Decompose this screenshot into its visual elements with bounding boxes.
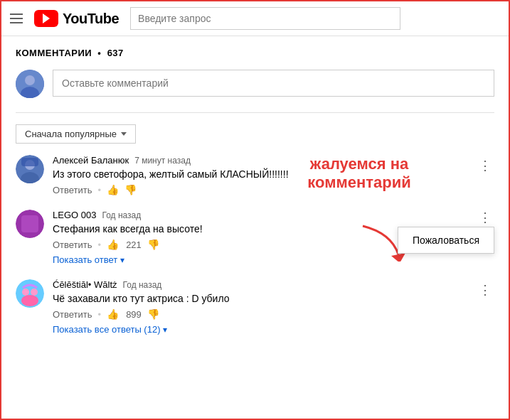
dot-sep-3: • bbox=[98, 309, 102, 320]
sort-arrow-icon bbox=[121, 132, 127, 136]
main-content: КОММЕНТАРИИ • 637 Сначала популярные жал… bbox=[1, 36, 509, 360]
comment-input-field[interactable] bbox=[53, 70, 494, 97]
show-replies-3[interactable]: Показать все ответы (12) ▾ bbox=[53, 324, 467, 335]
reply-btn-2[interactable]: Ответить bbox=[53, 239, 92, 250]
sort-button[interactable]: Сначала популярные bbox=[16, 124, 136, 144]
comment-item: Алексей Баланюк 7 минут назад Из этого с… bbox=[16, 155, 494, 195]
more-options-btn-3[interactable]: ⋮ bbox=[476, 279, 494, 301]
hamburger-menu[interactable] bbox=[10, 14, 23, 23]
divider-1 bbox=[16, 112, 494, 113]
reply-btn-1[interactable]: Ответить bbox=[53, 185, 92, 195]
comments-title: КОММЕНТАРИИ bbox=[16, 48, 92, 58]
comment-author-2[interactable]: LEGO 003 bbox=[53, 210, 96, 220]
logo-area: YouTube bbox=[34, 10, 119, 27]
comment-author-3[interactable]: Ćēlēštiāl• Wāltż bbox=[53, 279, 117, 290]
svg-rect-7 bbox=[21, 158, 38, 166]
more-options-container-2: ⋮ Пожаловаться bbox=[476, 210, 494, 225]
svg-point-1 bbox=[25, 75, 35, 85]
more-options-btn-1[interactable]: ⋮ bbox=[476, 155, 494, 176]
dot-sep-2: • bbox=[98, 239, 102, 250]
svg-point-11 bbox=[22, 289, 29, 296]
dislike-btn-3[interactable]: 👎 bbox=[147, 308, 159, 320]
show-replies-arrow-3: ▾ bbox=[163, 325, 167, 335]
sort-label: Сначала популярные bbox=[25, 129, 117, 139]
comment-avatar-2 bbox=[16, 210, 44, 238]
comment-input-row bbox=[16, 70, 494, 98]
dot-sep-1: • bbox=[98, 185, 102, 195]
youtube-logo-icon bbox=[34, 10, 58, 27]
comment-author-1[interactable]: Алексей Баланюк bbox=[53, 155, 129, 166]
user-avatar-img bbox=[16, 70, 44, 98]
report-btn-2[interactable]: Пожаловаться bbox=[398, 229, 494, 252]
comments-header: КОММЕНТАРИИ • 637 bbox=[16, 48, 494, 58]
comment-avatar-1 bbox=[16, 155, 44, 183]
comment-avatar-3 bbox=[16, 279, 44, 308]
search-input[interactable] bbox=[130, 7, 400, 30]
like-btn-1[interactable]: 👍 bbox=[107, 184, 119, 195]
comment-time-1: 7 минут назад bbox=[134, 156, 191, 166]
comment-item-3: Ćēlēštiāl• Wāltż Год назад Чё захавали к… bbox=[16, 279, 494, 335]
comment-actions-3: Ответить • 👍 899 👎 bbox=[53, 308, 467, 320]
like-count-2: 221 bbox=[126, 239, 142, 250]
svg-point-13 bbox=[21, 295, 38, 306]
user-avatar bbox=[16, 70, 44, 98]
like-count-3: 899 bbox=[126, 309, 142, 320]
comment-meta-2: LEGO 003 Год назад bbox=[53, 210, 467, 220]
like-btn-2[interactable]: 👍 bbox=[107, 239, 119, 250]
like-btn-3[interactable]: 👍 bbox=[107, 308, 119, 320]
comment-text-3: Чё захавали кто тут актриса : D убило bbox=[53, 293, 467, 304]
header: YouTube bbox=[1, 1, 509, 36]
comment-time-2: Год назад bbox=[102, 210, 141, 220]
show-replies-label-2: Показать ответ bbox=[53, 254, 117, 265]
comment-body-1: Алексей Баланюк 7 минут назад Из этого с… bbox=[53, 155, 467, 195]
svg-point-12 bbox=[31, 289, 38, 296]
sort-row: Сначала популярные bbox=[16, 124, 494, 144]
comment-actions-1: Ответить • 👍 👎 bbox=[53, 184, 467, 195]
report-popup-2: Пожаловаться bbox=[398, 227, 494, 254]
reply-btn-3[interactable]: Ответить bbox=[53, 309, 92, 320]
comment-body-3: Ćēlēštiāl• Wāltż Год назад Чё захавали к… bbox=[53, 279, 467, 335]
comment-time-3: Год назад bbox=[123, 280, 162, 290]
more-options-btn-2[interactable]: ⋮ bbox=[476, 208, 494, 227]
comment-meta-1: Алексей Баланюк 7 минут назад bbox=[53, 155, 467, 166]
show-replies-2[interactable]: Показать ответ ▾ bbox=[53, 254, 467, 265]
annotation-area: жалуемся на комментарий Алексей Баланюк bbox=[16, 155, 494, 335]
svg-rect-9 bbox=[21, 215, 38, 232]
comment-meta-3: Ćēlēštiāl• Wāltż Год назад bbox=[53, 279, 467, 290]
logo-text: YouTube bbox=[63, 11, 119, 27]
show-replies-label-3: Показать все ответы (12) bbox=[53, 324, 160, 335]
dislike-btn-2[interactable]: 👎 bbox=[147, 239, 159, 250]
comment-item-2: LEGO 003 Год назад Стефания как всегда н… bbox=[16, 210, 494, 265]
dislike-btn-1[interactable]: 👎 bbox=[124, 184, 137, 195]
show-replies-arrow-2: ▾ bbox=[120, 255, 124, 265]
comments-count: 637 bbox=[107, 48, 124, 58]
comment-text-1: Из этого светофора, желтый самый КЛАСНЫЙ… bbox=[53, 168, 467, 180]
